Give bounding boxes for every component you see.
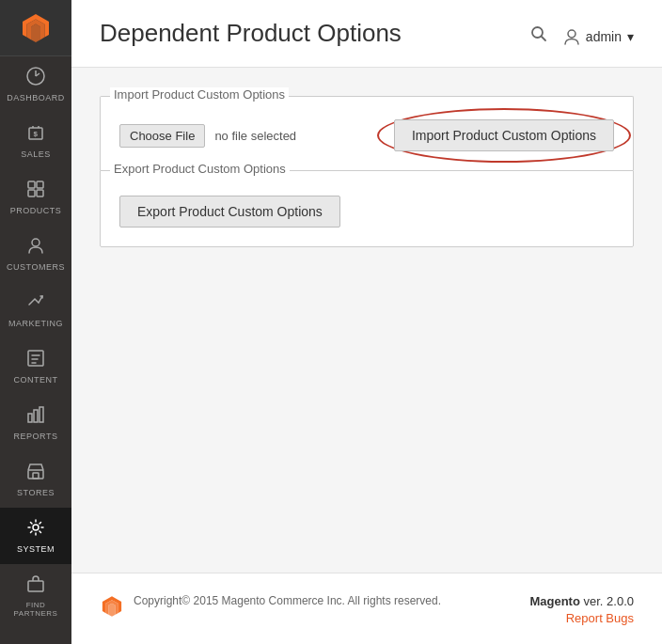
choose-file-button[interactable]: Choose File [119,124,205,148]
svg-rect-10 [34,410,38,422]
search-button[interactable] [529,24,548,48]
page-header: Dependent Product Options admin ▾ [71,0,662,68]
export-fieldset: Export Product Custom Options Export Pro… [100,170,634,247]
footer-version: Magento ver. 2.0.0 [529,594,634,608]
import-button-wrapper: Import Product Custom Options [394,119,614,151]
sidebar-logo [0,0,71,56]
sidebar-item-reports[interactable]: REPORTS [0,395,71,451]
sidebar: DASHBOARD $ SALES PRODUCTS CUSTOMERS MAR… [0,0,71,644]
sidebar-item-label: DASHBOARD [7,93,65,102]
chevron-down-icon: ▾ [627,29,634,44]
sidebar-item-label: REPORTS [14,432,58,441]
footer-logo [100,594,124,622]
sidebar-item-find-partners[interactable]: FIND PARTNERS [0,564,71,628]
footer-magento-label: Magento [529,594,579,608]
footer-left: Copyright© 2015 Magento Commerce Inc. Al… [100,592,441,622]
sidebar-item-label: FIND PARTNERS [4,601,68,618]
svg-rect-6 [37,190,43,196]
export-button[interactable]: Export Product Custom Options [119,196,340,228]
export-legend: Export Product Custom Options [110,162,290,176]
customers-icon [25,235,46,259]
svg-rect-5 [28,190,35,196]
svg-rect-13 [33,473,39,479]
sales-icon: $ [25,122,46,146]
footer-right: Magento ver. 2.0.0 Report Bugs [529,592,634,625]
footer-magento-icon [100,594,124,619]
find-partners-icon [25,573,46,597]
sidebar-item-label: STORES [17,488,55,497]
page-title: Dependent Product Options [100,19,402,48]
sidebar-item-content[interactable]: CONTENT [0,338,71,395]
page-footer: Copyright© 2015 Magento Commerce Inc. Al… [71,573,662,644]
sidebar-item-dashboard[interactable]: DASHBOARD [0,56,71,113]
admin-user-icon [563,28,580,45]
admin-label: admin [586,29,622,44]
main-content: Dependent Product Options admin ▾ Import [71,0,662,644]
sidebar-item-label: PRODUCTS [10,206,62,215]
products-icon [25,179,46,202]
sidebar-item-label: MARKETING [8,319,63,328]
svg-rect-12 [28,470,43,479]
sidebar-item-stores[interactable]: STORES [0,451,71,508]
footer-version-number: ver. 2.0.0 [584,594,634,608]
svg-text:$: $ [34,130,39,138]
svg-rect-9 [28,414,32,422]
sidebar-item-label: CONTENT [14,375,58,385]
sidebar-item-customers[interactable]: CUSTOMERS [0,226,71,282]
import-fieldset: Import Product Custom Options Choose Fil… [100,96,634,170]
header-actions: admin ▾ [529,24,634,48]
svg-rect-11 [39,407,43,422]
sidebar-item-label: SYSTEM [17,544,55,554]
svg-rect-15 [28,581,43,591]
system-icon [25,517,46,541]
import-button[interactable]: Import Product Custom Options [394,119,614,151]
import-legend: Import Product Custom Options [110,87,289,102]
content-area: Import Product Custom Options Choose Fil… [71,68,662,573]
no-file-label: no file selected [214,129,296,143]
stores-icon [25,461,46,484]
sidebar-item-sales[interactable]: $ SALES [0,113,71,169]
content-icon [25,348,46,371]
import-row: Choose File no file selected Import Prod… [119,119,614,151]
sidebar-item-label: SALES [21,149,51,159]
sidebar-item-label: CUSTOMERS [7,262,65,272]
import-left: Choose File no file selected [119,124,296,148]
admin-menu[interactable]: admin ▾ [563,28,634,45]
reports-icon [25,404,46,428]
sidebar-item-marketing[interactable]: MARKETING [0,282,71,338]
dashboard-icon [25,66,46,89]
svg-rect-3 [28,181,35,188]
svg-point-14 [33,525,39,530]
magento-logo-icon [19,11,53,45]
sidebar-item-system[interactable]: SYSTEM [0,508,71,564]
svg-point-17 [568,30,575,38]
svg-rect-4 [37,181,43,188]
sidebar-item-products[interactable]: PRODUCTS [0,169,71,226]
report-bugs-link[interactable]: Report Bugs [529,611,634,625]
search-icon [529,24,548,43]
marketing-icon [25,291,46,315]
svg-point-7 [32,239,39,246]
svg-point-16 [532,27,543,38]
footer-copyright: Copyright© 2015 Magento Commerce Inc. Al… [134,592,441,609]
